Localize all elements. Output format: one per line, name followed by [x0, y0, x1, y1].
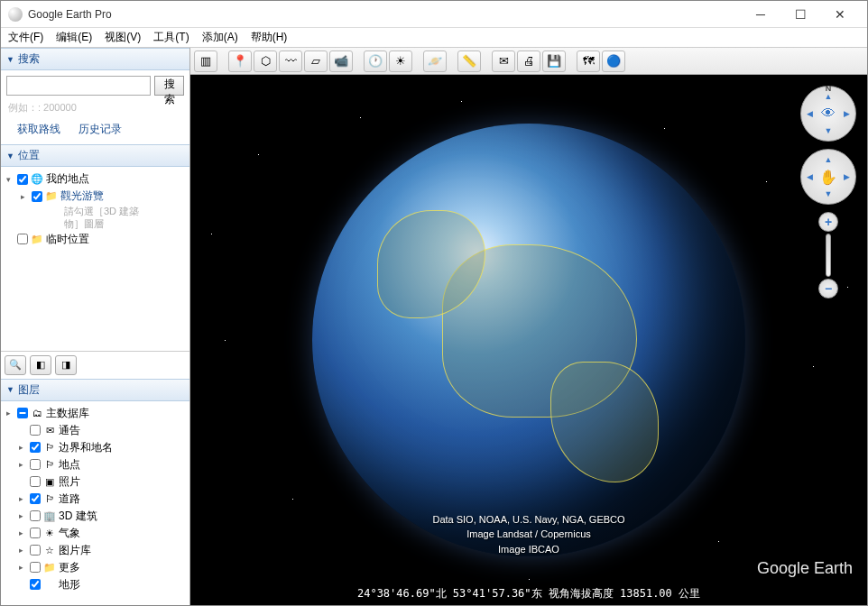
layer-item[interactable]: ▣照片	[5, 473, 186, 491]
layer-label: 更多	[59, 560, 80, 575]
print-button[interactable]: 🖨	[517, 50, 540, 72]
get-directions-link[interactable]: 获取路线	[17, 122, 60, 137]
layer-item[interactable]: ▸📁更多	[5, 559, 186, 576]
layer-item[interactable]: ▸🗂主数据库	[5, 405, 186, 422]
layer-item[interactable]: 地形	[5, 576, 186, 593]
layer-checkbox[interactable]	[30, 579, 41, 590]
minimize-button[interactable]: ─	[741, 1, 780, 28]
layer-checkbox[interactable]	[30, 425, 41, 436]
globe-viewport[interactable]: 👁 ▲ ▼ ◀ ▶ ✋ ▲ ▼ ◀ ▶ + −	[190, 75, 867, 605]
layer-item[interactable]: ▸🏳边界和地名	[5, 439, 186, 456]
tour-checkbox[interactable]	[32, 191, 42, 202]
titlebar: Google Earth Pro ─ ☐ ✕	[1, 1, 867, 28]
layer-label: 照片	[59, 474, 80, 490]
expand-caret[interactable]: ▸	[19, 563, 28, 572]
menu-file[interactable]: 文件(F)	[8, 30, 43, 45]
zoom-slider[interactable]	[826, 234, 831, 277]
zoom-in-button[interactable]: +	[818, 212, 838, 232]
history-link[interactable]: 历史记录	[78, 122, 122, 137]
layer-item[interactable]: ▸🏢3D 建筑	[5, 508, 186, 525]
watermark: Google Earth	[757, 559, 853, 578]
menu-help[interactable]: 帮助(H)	[251, 30, 288, 45]
layer-checkbox[interactable]	[30, 459, 41, 470]
places-temp[interactable]: 📁临时位置	[5, 231, 186, 248]
layer-icon: 🏳	[42, 458, 57, 471]
tour-hint: 請勾選［3D 建築物］圖層	[19, 205, 186, 231]
layer-label: 图片库	[59, 543, 91, 558]
hide-sidebar-button[interactable]: ▥	[194, 50, 217, 72]
expand-caret[interactable]: ▸	[19, 546, 28, 555]
sphere-button[interactable]: 🔵	[602, 50, 625, 72]
layer-checkbox[interactable]	[30, 545, 41, 556]
layer-label: 主数据库	[46, 406, 89, 421]
expand-caret[interactable]: ▸	[19, 528, 28, 537]
layer-checkbox[interactable]	[30, 493, 41, 504]
my-places-checkbox[interactable]	[17, 174, 28, 185]
menu-add[interactable]: 添加(A)	[202, 30, 238, 45]
layer-checkbox[interactable]	[30, 476, 41, 487]
layer-checkbox[interactable]	[30, 528, 41, 538]
placemark-button[interactable]: 📍	[228, 50, 252, 72]
nav-pan[interactable]: ✋ ▲ ▼ ◀ ▶	[800, 149, 856, 205]
folder-icon: 📁	[44, 190, 59, 203]
hand-icon: ✋	[819, 169, 837, 186]
window-title: Google Earth Pro	[28, 8, 741, 21]
layer-item[interactable]: ✉通告	[5, 422, 186, 439]
layers-tree: ▸🗂主数据库✉通告▸🏳边界和地名▸🏳地点▣照片▸🏳道路▸🏢3D 建筑▸☀气象▸☆…	[1, 401, 189, 605]
view-maps-button[interactable]: 🗺	[577, 50, 600, 72]
history-button[interactable]: 🕐	[364, 50, 387, 72]
expand-caret[interactable]: ▸	[19, 511, 28, 520]
layer-icon	[42, 578, 57, 591]
menu-tools[interactable]: 工具(T)	[153, 30, 189, 45]
places-panel-header[interactable]: 位置	[1, 144, 189, 167]
polygon-button[interactable]: ⬡	[254, 50, 277, 72]
temp-checkbox[interactable]	[17, 234, 28, 244]
expand-caret[interactable]: ▸	[19, 494, 28, 503]
layer-checkbox[interactable]	[30, 442, 41, 453]
layer-label: 地形	[59, 577, 80, 592]
email-button[interactable]: ✉	[492, 50, 515, 72]
search-input[interactable]	[6, 76, 151, 96]
view1-button[interactable]: ◧	[30, 355, 51, 375]
layer-item[interactable]: ▸🏳地点	[5, 456, 186, 473]
layer-icon: ✉	[42, 424, 57, 436]
search-panel-header[interactable]: 搜索	[1, 48, 189, 70]
layer-label: 通告	[59, 423, 80, 438]
eye-icon: 👁	[821, 106, 836, 122]
layer-checkbox[interactable]	[17, 408, 28, 418]
sunlight-button[interactable]: ☀	[389, 50, 412, 72]
path-button[interactable]: 〰	[279, 50, 302, 72]
folder-icon: 📁	[30, 233, 44, 245]
menu-view[interactable]: 视图(V)	[105, 30, 141, 45]
layers-panel-header[interactable]: 图层	[1, 379, 189, 401]
record-tour-button[interactable]: 📹	[329, 50, 353, 72]
attribution: Data SIO, NOAA, U.S. Navy, NGA, GEBCO Im…	[190, 512, 867, 557]
search-hint: 例如：: 200000	[1, 101, 189, 118]
layer-item[interactable]: ▸☀气象	[5, 525, 186, 542]
layer-item[interactable]: ▸🏳道路	[5, 491, 186, 508]
places-my-places[interactable]: ▾🌐我的地点	[5, 170, 186, 188]
nav-compass[interactable]: 👁 ▲ ▼ ◀ ▶	[800, 86, 856, 142]
planet-button[interactable]: 🪐	[423, 50, 447, 72]
expand-caret[interactable]: ▸	[6, 409, 15, 418]
places-tour[interactable]: ▸📁觀光游覽	[19, 188, 186, 205]
close-button[interactable]: ✕	[820, 1, 860, 28]
search-button[interactable]: 搜索	[154, 76, 184, 96]
globe[interactable]	[312, 124, 745, 556]
overlay-button[interactable]: ▱	[304, 50, 328, 72]
layer-label: 道路	[59, 491, 80, 507]
ruler-button[interactable]: 📏	[457, 50, 481, 72]
view2-button[interactable]: ◨	[55, 355, 77, 375]
maximize-button[interactable]: ☐	[780, 1, 820, 28]
menu-edit[interactable]: 编辑(E)	[56, 30, 92, 45]
layer-icon: ☀	[42, 527, 57, 539]
layer-checkbox[interactable]	[30, 562, 41, 573]
expand-caret[interactable]: ▸	[19, 443, 28, 452]
search-places-button[interactable]: 🔍	[5, 355, 26, 375]
layer-checkbox[interactable]	[30, 510, 41, 521]
save-image-button[interactable]: 💾	[542, 50, 566, 72]
left-panel: 搜索 搜索 例如：: 200000 获取路线 历史记录 位置 ▾🌐我的地点 ▸📁…	[1, 48, 190, 605]
layer-item[interactable]: ▸☆图片库	[5, 542, 186, 559]
zoom-out-button[interactable]: −	[818, 279, 838, 298]
expand-caret[interactable]: ▸	[19, 460, 28, 469]
